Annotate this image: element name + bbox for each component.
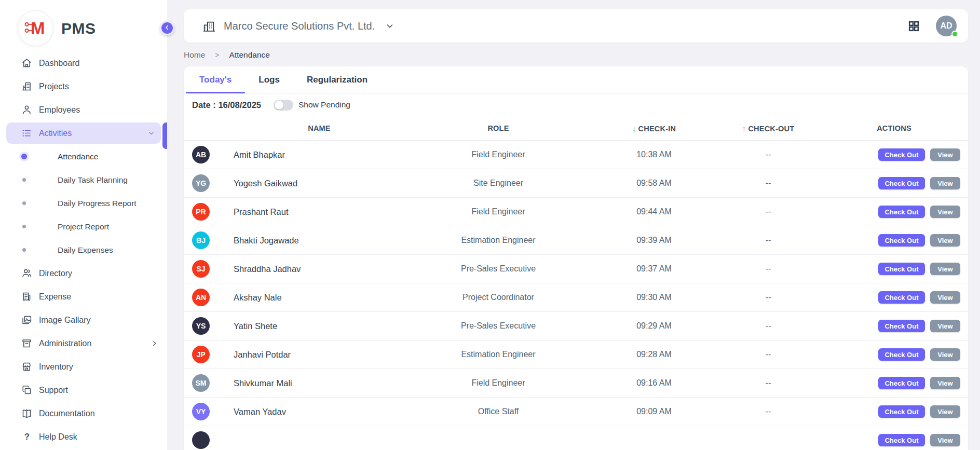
employee-role: Pre-Sales Executive [405, 264, 592, 274]
employee-avatar-cell: SJ [184, 260, 234, 278]
arrow-up-icon: ↑ [742, 124, 746, 133]
sidebar-item-label: Dashboard [39, 59, 79, 68]
breadcrumb-home[interactable]: Home [184, 50, 205, 60]
check-out-button[interactable]: Check Out [878, 148, 925, 161]
employee-avatar-cell: YG [184, 174, 234, 192]
column-header-label: CHECK-IN [638, 125, 676, 133]
view-button[interactable]: View [930, 291, 960, 304]
employee-role: Field Engineer [405, 150, 592, 159]
actions-cell: Check OutView [820, 148, 968, 161]
view-button[interactable]: View [930, 263, 960, 275]
employee-name: Janhavi Potdar [234, 350, 405, 360]
grid-icon[interactable] [907, 20, 920, 33]
employee-role: Estimation Engineer [405, 350, 592, 359]
table-row: JPJanhavi PotdarEstimation Engineer09:28… [184, 340, 968, 369]
employee-role: Project Coordinator [405, 293, 592, 302]
tab-regularization[interactable]: Regularization [293, 66, 381, 93]
sidebar-item-inventory[interactable]: Inventory [0, 355, 167, 378]
sidebar-item-projects[interactable]: Projects [0, 75, 167, 98]
bullet-dot-icon [22, 248, 26, 252]
person-icon [21, 104, 32, 116]
sidebar-subitem-daily-progress-report[interactable]: Daily Progress Report [0, 192, 167, 215]
employee-avatar [192, 431, 210, 449]
employee-avatar-cell [184, 431, 234, 449]
check-out-button[interactable]: Check Out [878, 291, 925, 304]
view-button[interactable]: View [930, 405, 960, 418]
sidebar-subitem-daily-expenses[interactable]: Daily Expenses [0, 238, 167, 262]
tab-logs[interactable]: Logs [245, 66, 293, 93]
employee-avatar-cell: AN [184, 289, 234, 306]
employee-avatar: AB [192, 146, 210, 163]
employee-role: Field Engineer [405, 378, 592, 388]
check-out-button[interactable]: Check Out [878, 320, 925, 332]
check-out-button[interactable]: Check Out [878, 234, 925, 247]
sidebar-subitem-attendance[interactable]: Attendance [0, 145, 167, 168]
sidebar-item-activities[interactable]: Activities [6, 122, 161, 144]
employee-avatar: YG [192, 174, 210, 192]
arrow-down-icon: ↓ [632, 124, 636, 133]
sidebar-collapse-button[interactable] [160, 21, 174, 35]
show-pending-label: Show Pending [298, 100, 350, 110]
user-avatar[interactable]: AD [936, 16, 957, 36]
check-out-time: -- [716, 207, 820, 216]
copy-icon [21, 385, 32, 396]
sidebar-item-label: Activities [39, 129, 72, 138]
employee-avatar-cell: PR [184, 203, 234, 221]
actions-cell: Check OutView [820, 206, 968, 218]
check-in-time: 09:28 AM [592, 350, 716, 359]
sidebar-subitem-label: Project Report [58, 222, 109, 231]
view-button[interactable]: View [930, 148, 960, 161]
marco-m-logo-icon: M [18, 10, 53, 46]
sidebar-item-administration[interactable]: Administration [0, 332, 167, 355]
view-button[interactable]: View [930, 434, 960, 446]
actions-cell: Check OutView [820, 291, 968, 304]
sidebar-item-label: Administration [39, 339, 91, 348]
column-header-label: ROLE [487, 124, 509, 132]
check-out-time: -- [716, 378, 820, 388]
employee-avatar: AN [192, 289, 210, 306]
actions-cell: Check OutView [820, 263, 968, 275]
view-button[interactable]: View [930, 348, 960, 361]
company-selector[interactable]: Marco Secure Solutions Pvt. Ltd. [202, 20, 394, 33]
column-header-check-out: ↑CHECK-OUT [716, 124, 820, 133]
sidebar-subitem-daily-task-planning[interactable]: Daily Task Planning [0, 168, 167, 192]
table-row: PRPrashant RautField Engineer09:44 AM--C… [184, 198, 968, 226]
check-out-button[interactable]: Check Out [878, 206, 925, 218]
actions-cell: Check OutView [820, 434, 968, 446]
employee-role: Field Engineer [405, 207, 592, 216]
view-button[interactable]: View [930, 177, 960, 189]
tab-today-s[interactable]: Today's [186, 66, 245, 93]
check-out-button[interactable]: Check Out [878, 377, 925, 389]
check-out-button[interactable]: Check Out [878, 434, 925, 446]
office-building-icon [202, 20, 215, 33]
sidebar-item-help-desk[interactable]: ?Help Desk [0, 425, 167, 448]
employee-avatar: JP [192, 346, 210, 363]
check-out-button[interactable]: Check Out [878, 405, 925, 418]
sidebar-subitem-label: Daily Expenses [58, 246, 113, 255]
sidebar-item-support[interactable]: Support [0, 378, 167, 402]
check-out-button[interactable]: Check Out [878, 263, 925, 275]
view-button[interactable]: View [930, 234, 960, 247]
check-out-button[interactable]: Check Out [878, 348, 925, 361]
show-pending-toggle[interactable] [274, 100, 293, 111]
sidebar-item-employees[interactable]: Employees [0, 98, 167, 121]
sidebar-subitem-project-report[interactable]: Project Report [0, 215, 167, 238]
table-row: ANAkshay NaleProject Coordinator09:30 AM… [184, 283, 968, 312]
sidebar-item-label: Employees [39, 105, 80, 115]
employee-avatar: SJ [192, 260, 210, 278]
view-button[interactable]: View [930, 320, 960, 332]
employee-avatar: SM [192, 374, 210, 392]
sidebar-item-image-gallary[interactable]: Image Gallary [0, 308, 167, 332]
top-header: Marco Secure Solutions Pvt. Ltd. AD [184, 9, 968, 43]
view-button[interactable]: View [930, 377, 960, 389]
check-in-time: 09:44 AM [592, 207, 716, 216]
sidebar-item-directory[interactable]: Directory [0, 262, 167, 285]
sidebar-item-documentation[interactable]: Documentation [0, 402, 167, 425]
chevron-right-icon [150, 339, 159, 348]
sidebar-item-dashboard[interactable]: Dashboard [0, 51, 167, 75]
employee-avatar-cell: YS [184, 317, 234, 335]
sidebar-item-expense[interactable]: Expense [0, 285, 167, 308]
employee-name: Vaman Yadav [234, 407, 405, 417]
view-button[interactable]: View [930, 206, 960, 218]
check-out-button[interactable]: Check Out [878, 177, 925, 189]
